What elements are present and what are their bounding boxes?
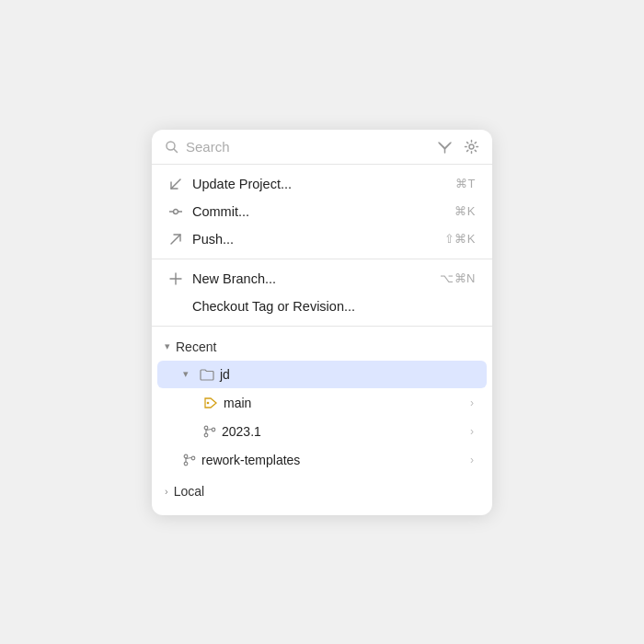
new-branch-item[interactable]: New Branch... ⌥⌘N [152, 265, 492, 293]
local-header[interactable]: › Local [152, 478, 492, 504]
main-arrow-icon: › [470, 397, 474, 409]
update-project-label: Update Project... [192, 177, 446, 191]
push-item[interactable]: Push... ⇧⌘K [152, 225, 492, 253]
settings-icon[interactable] [464, 139, 479, 155]
update-project-item[interactable]: Update Project... ⌘T [152, 170, 492, 198]
push-icon [168, 233, 183, 246]
svg-point-19 [191, 456, 195, 460]
svg-line-5 [171, 179, 180, 189]
search-bar: Search [152, 130, 492, 165]
svg-point-12 [207, 401, 210, 404]
svg-point-14 [204, 433, 208, 437]
branch-2023-icon [203, 425, 216, 438]
branch-2023-arrow-icon: › [470, 425, 474, 438]
search-placeholder[interactable]: Search [186, 139, 430, 155]
local-section: › Local [152, 475, 492, 504]
checkout-item[interactable]: Checkout Tag or Revision... [152, 293, 492, 320]
tree-item-main[interactable]: main › [157, 389, 487, 417]
svg-point-15 [212, 428, 215, 431]
commit-shortcut: ⌘K [454, 204, 476, 218]
svg-point-17 [184, 454, 188, 458]
svg-point-18 [184, 462, 188, 466]
svg-point-6 [174, 209, 178, 213]
tree-item-2023[interactable]: 2023.1 › [157, 418, 487, 445]
tree-item-rework[interactable]: rework-templates › [157, 446, 487, 474]
jd-folder-icon [200, 368, 214, 381]
rework-arrow-icon: › [470, 454, 474, 466]
menu-section-1: Update Project... ⌘T Commit... ⌘K Pus [152, 165, 492, 259]
update-icon [168, 178, 183, 190]
recent-chevron-icon: ▾ [165, 340, 170, 352]
svg-point-13 [204, 426, 208, 430]
push-shortcut: ⇧⌘K [444, 232, 476, 246]
push-label: Push... [192, 232, 435, 247]
svg-line-9 [171, 235, 180, 244]
svg-line-1 [174, 149, 178, 153]
recent-header[interactable]: ▾ Recent [152, 334, 492, 360]
jd-chevron-icon: ▾ [183, 368, 194, 380]
checkout-label: Checkout Tag or Revision... [192, 299, 476, 314]
recent-label: Recent [176, 339, 216, 354]
branch-2023-label: 2023.1 [222, 424, 465, 439]
rework-branch-icon [183, 454, 196, 466]
new-branch-shortcut: ⌥⌘N [440, 271, 476, 285]
commit-item[interactable]: Commit... ⌘K [152, 198, 492, 225]
local-label: Local [174, 484, 204, 499]
recent-section: ▾ Recent ▾ jd main › [152, 327, 492, 474]
rework-label: rework-templates [201, 453, 465, 467]
svg-point-4 [469, 144, 474, 149]
main-tag-icon [203, 397, 218, 409]
update-project-shortcut: ⌘T [455, 177, 476, 190]
commit-label: Commit... [192, 204, 445, 219]
main-label: main [224, 396, 465, 410]
tree-item-jd[interactable]: ▾ jd [157, 361, 487, 388]
filter-icon[interactable] [437, 139, 453, 155]
search-icon [165, 140, 178, 154]
jd-label: jd [220, 367, 474, 382]
search-actions [437, 139, 479, 155]
menu-section-2: New Branch... ⌥⌘N Checkout Tag or Revisi… [152, 259, 492, 327]
local-chevron-icon: › [165, 486, 168, 497]
commit-icon [168, 205, 183, 218]
new-branch-label: New Branch... [192, 271, 431, 286]
new-branch-icon [168, 272, 183, 285]
main-panel: Search [152, 130, 492, 515]
